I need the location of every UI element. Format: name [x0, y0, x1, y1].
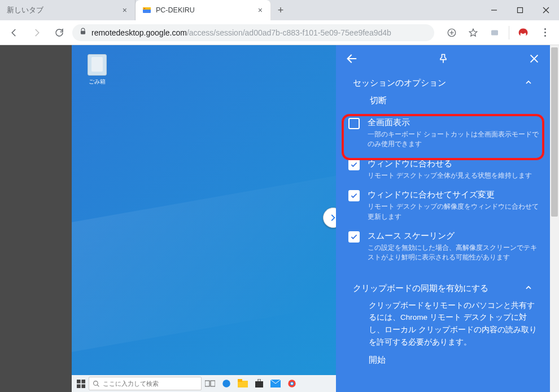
option-resize-to-fit[interactable]: ウィンドウに合わせてサイズ変更 リモート デスクトップの解像度をウィンドウに合わ…	[336, 185, 550, 226]
tab-title: PC-DEKIRU	[156, 6, 255, 14]
taskbar-store-icon[interactable]	[251, 376, 267, 391]
svg-point-14	[94, 381, 98, 385]
option-fullscreen[interactable]: 全画面表示 一部のキーボード ショートカットは全画面表示モードでのみ使用できます	[336, 113, 550, 154]
extension-sleipnir-icon[interactable]	[514, 23, 533, 42]
chevron-up-icon	[524, 283, 533, 294]
tab-active[interactable]: PC-DEKIRU ×	[136, 0, 271, 20]
clipboard-description: クリップボードをリモートのパソコンと共有するには、Chrome リモート デスク…	[336, 297, 550, 355]
url-text: remotedesktop.google.com/access/session/…	[91, 28, 391, 37]
scrollbar-thumb[interactable]	[551, 47, 558, 217]
tab-strip: 新しいタブ × PC-DEKIRU × +	[0, 0, 290, 20]
options-panel-container: セッションのオプション 切断 全画面表示 一部のキーボード ショートカットは全画…	[336, 45, 559, 392]
tab-inactive[interactable]: 新しいタブ ×	[0, 0, 136, 20]
option-title: ウィンドウに合わせる	[368, 158, 532, 169]
checkbox-checked[interactable]	[348, 190, 360, 201]
taskbar-mail-icon[interactable]	[268, 376, 283, 391]
checkbox-checked[interactable]	[348, 159, 360, 170]
address-bar: remotedesktop.google.com/access/session/…	[0, 20, 559, 45]
minimize-button[interactable]	[481, 0, 507, 20]
tab-title: 新しいタブ	[7, 6, 119, 15]
back-button[interactable]	[5, 23, 24, 42]
option-fit-window[interactable]: ウィンドウに合わせる リモート デスクトップ全体が見える状態を維持します	[336, 154, 550, 185]
lock-icon	[79, 28, 87, 37]
maximize-button[interactable]	[507, 0, 533, 20]
desktop-icon-recycle-bin[interactable]: ごみ箱	[83, 54, 111, 86]
taskbar-chrome-icon[interactable]	[284, 376, 300, 391]
section-header-session-options[interactable]: セッションのオプション	[336, 72, 550, 92]
taskbar-search-placeholder: ここに入力して検索	[103, 380, 159, 388]
svg-rect-13	[81, 384, 85, 388]
desktop-icon-label: ごみ箱	[83, 78, 111, 86]
extension-icon[interactable]	[485, 23, 504, 42]
option-desc: この設定を無効にした場合、高解像度スクリーンでテキストがより鮮明に表示される可能…	[368, 243, 541, 263]
close-button[interactable]	[533, 0, 559, 20]
section-title: クリップボードの同期を有効にする	[353, 283, 488, 294]
tab-favicon-icon	[142, 6, 151, 15]
option-title: 全画面表示	[368, 117, 541, 128]
letterbox-left	[0, 45, 72, 392]
section-header-clipboard[interactable]: クリップボードの同期を有効にする	[336, 278, 550, 297]
forward-button[interactable]	[27, 23, 46, 42]
new-tab-button[interactable]: +	[271, 0, 290, 20]
disconnect-button[interactable]: 切断	[336, 92, 550, 113]
menu-button[interactable]	[535, 23, 554, 42]
start-button[interactable]	[73, 376, 88, 391]
option-title: ウィンドウに合わせてサイズ変更	[368, 190, 541, 200]
search-icon	[93, 380, 100, 387]
svg-rect-20	[238, 379, 242, 382]
svg-rect-4	[518, 8, 523, 13]
option-desc: 一部のキーボード ショートカットは全画面表示モードでのみ使用できます	[368, 130, 541, 149]
viewport: ごみ箱 ここに入力して検索	[0, 45, 559, 392]
window-titlebar: 新しいタブ × PC-DEKIRU × +	[0, 0, 559, 20]
svg-rect-11	[81, 380, 85, 384]
close-icon[interactable]	[527, 52, 541, 65]
reload-button[interactable]	[50, 23, 69, 42]
taskbar-search[interactable]: ここに入力して検索	[89, 377, 202, 390]
taskbar-edge-icon[interactable]	[219, 376, 234, 391]
svg-point-2	[144, 8, 145, 9]
chevron-up-icon	[524, 78, 533, 89]
option-desc: リモート デスクトップの解像度をウィンドウに合わせて更新します	[368, 202, 541, 222]
option-smooth-scaling[interactable]: スムース スケーリング この設定を無効にした場合、高解像度スクリーンでテキストが…	[336, 226, 550, 267]
omnibox[interactable]: remotedesktop.google.com/access/session/…	[72, 24, 434, 41]
svg-rect-10	[77, 380, 81, 384]
svg-rect-9	[491, 30, 498, 35]
checkbox-checked[interactable]	[348, 231, 360, 243]
option-title: スムース スケーリング	[368, 231, 541, 241]
svg-point-26	[291, 382, 293, 385]
svg-rect-16	[205, 381, 209, 386]
scrollbar[interactable]	[550, 45, 559, 392]
svg-rect-7	[81, 31, 85, 34]
pin-icon[interactable]	[436, 52, 450, 65]
taskbar-explorer-icon[interactable]	[235, 376, 251, 391]
close-icon[interactable]: ×	[258, 6, 263, 15]
install-app-button[interactable]	[442, 23, 461, 42]
taskbar-taskview-icon[interactable]	[202, 376, 218, 391]
option-desc: リモート デスクトップ全体が見える状態を維持します	[368, 171, 532, 180]
recycle-bin-icon	[88, 54, 107, 76]
section-title: セッションのオプション	[353, 78, 446, 89]
options-panel: セッションのオプション 切断 全画面表示 一部のキーボード ショートカットは全画…	[336, 45, 550, 392]
svg-rect-12	[77, 384, 81, 388]
svg-line-15	[97, 385, 99, 386]
back-button[interactable]	[345, 52, 359, 65]
svg-rect-21	[255, 381, 263, 387]
star-button[interactable]	[464, 23, 483, 42]
window-controls	[481, 0, 559, 20]
svg-point-18	[222, 380, 230, 387]
svg-rect-17	[211, 381, 215, 386]
checkbox-unchecked[interactable]	[348, 118, 360, 129]
panel-header	[336, 45, 550, 72]
close-icon[interactable]: ×	[123, 6, 127, 15]
clipboard-begin-button[interactable]: 開始	[336, 355, 550, 365]
